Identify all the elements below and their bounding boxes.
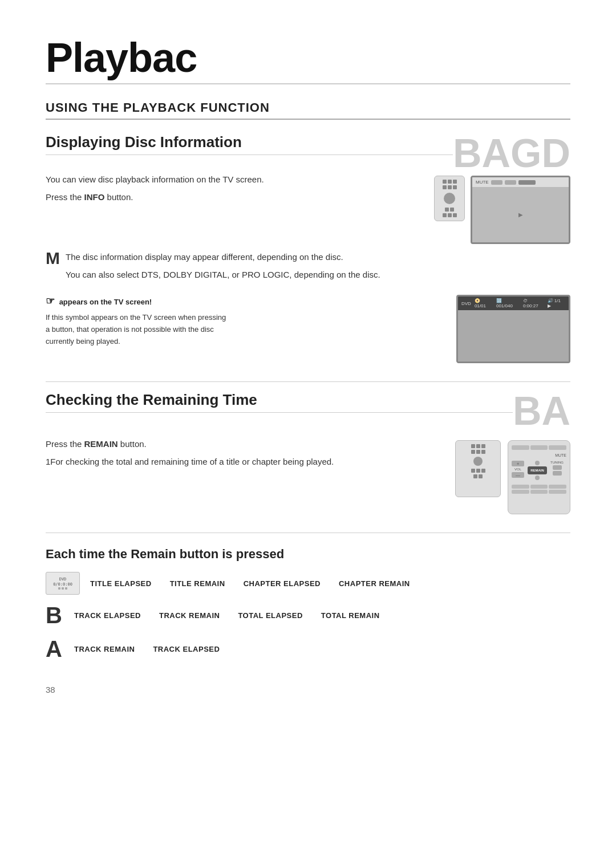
label-total-elapsed: TOTAL ELAPSED <box>238 611 302 620</box>
checking-remaining-badge: BA <box>513 391 570 431</box>
remain-row-a: A TRACK REMAIN TRACK ELAPSED <box>46 636 570 662</box>
label-track-elapsed-a: TRACK ELAPSED <box>153 645 220 653</box>
remain-note: 1For checking the total and remaining ti… <box>46 456 444 469</box>
a-labels: TRACK REMAIN TRACK ELAPSED <box>74 645 220 653</box>
note-text-1: The disc information display may appear … <box>66 251 380 264</box>
b-labels: TRACK ELAPSED TRACK REMAIN TOTAL ELAPSED… <box>74 611 380 620</box>
remain-row-dvd: DVD 0/0:0:00 TITLE ELAPSED TITLE REMAIN … <box>46 572 570 595</box>
section-header: USING THE PLAYBACK FUNCTION <box>46 100 570 120</box>
remain-press-end: button. <box>118 439 147 449</box>
dvd-labels: TITLE ELAPSED TITLE REMAIN CHAPTER ELAPS… <box>90 579 410 588</box>
appears-text-3: currently being played. <box>46 336 445 348</box>
label-track-remain-b: TRACK REMAIN <box>159 611 220 620</box>
page-title: Playbac <box>46 34 570 81</box>
appears-text-1: If this symbol appears on the TV screen … <box>46 312 445 324</box>
remain-row-b: B TRACK ELAPSED TRACK REMAIN TOTAL ELAPS… <box>46 603 570 628</box>
note-letter-m: M <box>46 249 60 268</box>
appears-title: ☞ appears on the TV screen! <box>46 295 445 307</box>
label-chapter-elapsed: CHAPTER ELAPSED <box>244 579 321 588</box>
info-bold: INFO <box>84 192 105 202</box>
remain-remote-illustration: MUTE + VOL — REMAIN <box>508 440 570 514</box>
displaying-disc-text1: You can view disc playback information o… <box>46 173 420 186</box>
each-time-title: Each time the Remain button is pressed <box>46 547 570 562</box>
label-title-remain: TITLE REMAIN <box>170 579 225 588</box>
checking-remaining-section: Checking the Remaining Time BA Press the… <box>46 391 570 514</box>
tv-screen-1: MUTE ▶ <box>471 176 570 244</box>
label-title-elapsed: TITLE ELAPSED <box>90 579 152 588</box>
row-letter-a: A <box>46 636 64 662</box>
label-track-elapsed-b: TRACK ELAPSED <box>74 611 141 620</box>
displaying-disc-section: Displaying Disc Information BAGD You can… <box>46 133 570 363</box>
section-divider-1 <box>46 381 570 382</box>
section-divider-2 <box>46 533 570 533</box>
remain-bold: REMAIN <box>84 439 118 449</box>
note-text-2: You can also select DTS, DOLBY DIGITAL, … <box>66 269 380 282</box>
page-number: 38 <box>46 685 570 694</box>
dvd-remain-icon: DVD 0/0:0:00 <box>46 572 80 595</box>
remain-press-label: Press the <box>46 439 84 449</box>
displaying-disc-text2: Press the INFO button. <box>46 191 420 204</box>
press-label-end: button. <box>104 192 133 202</box>
displaying-disc-badge: BAGD <box>453 133 570 173</box>
hand-icon: ☞ <box>46 295 55 307</box>
page-title-divider <box>46 83 570 84</box>
appears-text-2: a button, that operation is not possible… <box>46 324 445 336</box>
each-time-section: Each time the Remain button is pressed D… <box>46 547 570 662</box>
remote-illustration-2 <box>455 440 501 497</box>
label-track-remain-a: TRACK REMAIN <box>74 645 135 653</box>
label-chapter-remain: CHAPTER REMAIN <box>339 579 410 588</box>
displaying-disc-title: Displaying Disc Information <box>46 133 453 155</box>
checking-remaining-title: Checking the Remaining Time <box>46 391 513 413</box>
appears-title-text: appears on the TV screen! <box>59 298 152 306</box>
press-label: Press the <box>46 192 84 202</box>
tv-screen-2: DVD 📀 01/01 🔢 001/040 ⏱ 0:00:27 🔊 1/1 ▶ <box>456 295 570 363</box>
remote-illustration-1 <box>434 176 465 221</box>
row-letter-b: B <box>46 603 64 628</box>
remain-press-text: Press the REMAIN button. <box>46 438 444 451</box>
label-total-remain: TOTAL REMAIN <box>321 611 380 620</box>
